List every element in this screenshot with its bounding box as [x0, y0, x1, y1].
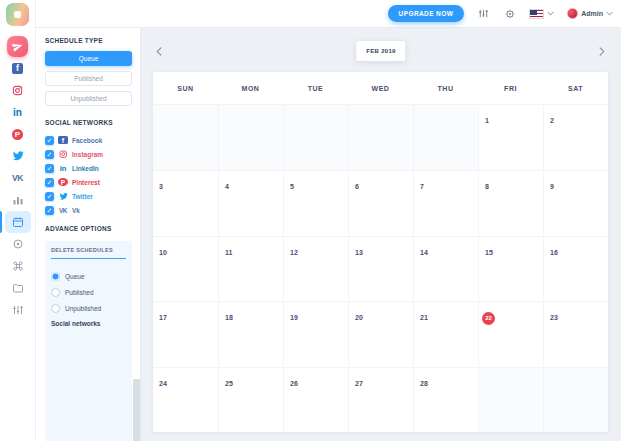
user-menu[interactable]: Admin — [567, 8, 613, 19]
rail-item-facebook[interactable] — [0, 57, 36, 79]
linkedin-icon — [58, 164, 68, 173]
calendar-cell[interactable]: 13 — [348, 236, 413, 301]
rail-item-filters[interactable] — [0, 299, 36, 321]
calendar-cell[interactable] — [218, 105, 283, 170]
checkbox-checked-icon[interactable] — [45, 136, 54, 145]
calendar-cell[interactable]: 25 — [218, 367, 283, 432]
published-button[interactable]: Published — [45, 71, 132, 86]
calendar-cell[interactable] — [543, 367, 608, 432]
checkbox-checked-icon[interactable] — [45, 192, 54, 201]
date-label: 13 — [355, 249, 363, 256]
rail-item-shortcuts[interactable] — [0, 255, 36, 277]
calendar-cell[interactable]: 19 — [283, 301, 348, 366]
date-label: 4 — [225, 183, 229, 190]
rail-item-files[interactable] — [0, 277, 36, 299]
rail-item-calendar[interactable] — [0, 211, 36, 233]
rail-item-instagram[interactable] — [0, 79, 36, 101]
calendar-panel: SUN MON TUE WED THU FRI SAT 1 2 3 4 5 6 … — [153, 72, 608, 432]
calendar-cell[interactable]: 24 — [153, 367, 218, 432]
date-label: 19 — [290, 314, 298, 321]
calendar-cell[interactable] — [348, 105, 413, 170]
calendar-cell[interactable]: 21 — [413, 301, 478, 366]
radio-selected-icon[interactable] — [51, 272, 60, 281]
app-logo-icon[interactable] — [6, 3, 29, 26]
calendar-cell[interactable]: 14 — [413, 236, 478, 301]
calendar-cell[interactable] — [478, 367, 543, 432]
checkbox-checked-icon[interactable] — [45, 178, 54, 187]
calendar-cell[interactable]: 8 — [478, 170, 543, 235]
radio-unselected-icon[interactable] — [51, 288, 60, 297]
calendar-cell[interactable]: 3 — [153, 170, 218, 235]
radio-queue[interactable]: Queue — [51, 268, 126, 284]
calendar-icon — [12, 216, 24, 228]
checkbox-checked-icon[interactable] — [45, 150, 54, 159]
language-selector[interactable] — [529, 9, 554, 19]
social-network-facebook[interactable]: Facebook — [45, 133, 132, 147]
calendar-cell[interactable]: 7 — [413, 170, 478, 235]
date-label: 25 — [225, 380, 233, 387]
social-network-vk[interactable]: Vk — [45, 203, 132, 217]
social-network-label: Twitter — [72, 193, 93, 200]
day-header: MON — [218, 72, 283, 104]
calendar-cell[interactable]: 26 — [283, 367, 348, 432]
sidebar-scrollbar-thumb[interactable] — [133, 379, 140, 441]
calendar-cell[interactable] — [153, 105, 218, 170]
day-header: FRI — [478, 72, 543, 104]
calendar-cell[interactable]: 5 — [283, 170, 348, 235]
social-network-twitter[interactable]: Twitter — [45, 189, 132, 203]
calendar-cell[interactable]: 28 — [413, 367, 478, 432]
rail-item-vk[interactable] — [0, 167, 36, 189]
calendar-cell[interactable]: 20 — [348, 301, 413, 366]
calendar-cell[interactable]: 9 — [543, 170, 608, 235]
queue-button[interactable]: Queue — [45, 51, 132, 66]
calendar-cell[interactable]: 4 — [218, 170, 283, 235]
calendar-cell[interactable] — [283, 105, 348, 170]
twitter-icon — [58, 192, 68, 201]
rail-item-target[interactable] — [0, 233, 36, 255]
calendar-cell[interactable]: 6 — [348, 170, 413, 235]
calendar-cell[interactable]: 16 — [543, 236, 608, 301]
calendar-cell[interactable]: 17 — [153, 301, 218, 366]
social-network-instagram[interactable]: Instagram — [45, 147, 132, 161]
date-label: 10 — [159, 249, 167, 256]
calendar-cell[interactable]: 1 — [478, 105, 543, 170]
calendar-cell[interactable]: 11 — [218, 236, 283, 301]
radio-unselected-icon[interactable] — [51, 304, 60, 313]
date-label: 18 — [225, 314, 233, 321]
calendar-cell[interactable]: 12 — [283, 236, 348, 301]
twitter-icon — [12, 150, 24, 162]
sliders-icon — [12, 304, 24, 316]
social-network-label: Pinterest — [72, 179, 100, 186]
calendar-cell[interactable]: 27 — [348, 367, 413, 432]
rail-item-publish[interactable] — [0, 35, 36, 57]
radio-label: Queue — [65, 273, 85, 280]
calendar-cell-today[interactable]: 22 — [478, 301, 543, 366]
rail-item-pinterest[interactable] — [0, 123, 36, 145]
checkbox-checked-icon[interactable] — [45, 206, 54, 215]
date-label: 24 — [159, 380, 167, 387]
upgrade-now-button[interactable]: UPGRADE NOW — [388, 5, 465, 22]
sliders-icon[interactable] — [477, 7, 490, 20]
target-icon — [12, 238, 24, 250]
prev-month-button[interactable] — [152, 42, 166, 60]
rail-item-analytics[interactable] — [0, 189, 36, 211]
calendar-cell[interactable] — [413, 105, 478, 170]
next-month-button[interactable] — [594, 42, 608, 60]
social-network-pinterest[interactable]: Pinterest — [45, 175, 132, 189]
checkbox-checked-icon[interactable] — [45, 164, 54, 173]
social-network-linkedin[interactable]: LinkedIn — [45, 161, 132, 175]
radio-unpublished[interactable]: Unpublished — [51, 300, 126, 316]
calendar-cell[interactable]: 10 — [153, 236, 218, 301]
unpublished-button[interactable]: Unpublished — [45, 91, 132, 106]
rail-item-linkedin[interactable] — [0, 101, 36, 123]
filter-sidebar: SCHEDULE TYPE Queue Published Unpublishe… — [36, 28, 141, 441]
gear-icon[interactable] — [503, 7, 516, 20]
pinterest-icon — [58, 178, 68, 187]
rail-item-twitter[interactable] — [0, 145, 36, 167]
date-label: 20 — [355, 314, 363, 321]
calendar-cell[interactable]: 15 — [478, 236, 543, 301]
calendar-cell[interactable]: 23 — [543, 301, 608, 366]
calendar-cell[interactable]: 18 — [218, 301, 283, 366]
calendar-cell[interactable]: 2 — [543, 105, 608, 170]
radio-published[interactable]: Published — [51, 284, 126, 300]
